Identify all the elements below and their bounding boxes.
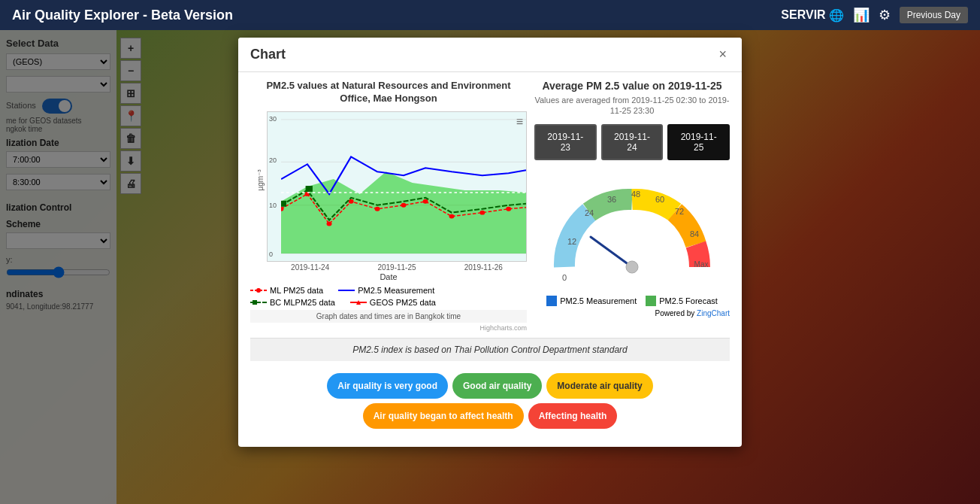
y-mid-label: 20	[269, 156, 277, 164]
gauge-svg: 0 12 24 36 48 60 72 84 Max	[549, 169, 715, 290]
top-navigation: Air Quality Explorer - Beta Version SERV…	[0, 0, 980, 30]
legend-geos-icon	[350, 299, 367, 306]
x-axis-date-label: Date	[250, 272, 527, 281]
legend-pm-label: PM2.5 Measurement	[358, 286, 434, 295]
chart-title: PM2.5 values at Natural Resources and En…	[250, 80, 527, 105]
legend-bc: BC MLPM25 data	[250, 298, 335, 307]
svg-text:0: 0	[562, 273, 567, 282]
y-low-label: 10	[269, 202, 277, 209]
svg-point-8	[349, 199, 354, 204]
zingchart-credit: Powered by ZingChart	[534, 309, 730, 317]
svg-point-11	[423, 199, 428, 204]
aqi-buttons: Air quality is very good Good air qualit…	[250, 367, 730, 435]
bar-chart-icon[interactable]: 📊	[853, 7, 870, 23]
legend-bc-label: BC MLPM25 data	[270, 298, 335, 307]
svg-text:12: 12	[567, 237, 576, 246]
gauge-legend-forecast-label: PM2.5 Forecast	[659, 296, 718, 305]
servir-logo: SERVIR 🌐	[781, 8, 843, 23]
measurement-color-swatch	[546, 296, 557, 306]
gauge-subtitle: Values are averaged from 2019-11-25 02:3…	[534, 95, 730, 117]
chart-left: PM2.5 values at Natural Resources and En…	[250, 80, 527, 332]
highcharts-credit: Highcharts.com	[250, 324, 527, 332]
aqi-btn-very-good[interactable]: Air quality is very good	[327, 373, 448, 399]
svg-point-7	[327, 221, 332, 226]
aqi-btn-health[interactable]: Affecting health	[528, 403, 618, 429]
svg-text:48: 48	[631, 190, 640, 199]
legend-geos-label: GEOS PM25 data	[370, 298, 436, 307]
svg-point-35	[626, 261, 638, 273]
svg-point-9	[375, 207, 380, 211]
prev-day-button[interactable]: Previous Day	[900, 7, 968, 23]
gauge-container: 0 12 24 36 48 60 72 84 Max	[549, 169, 715, 290]
svg-text:24: 24	[585, 208, 594, 217]
aqi-btn-good[interactable]: Good air quality	[452, 373, 542, 399]
zingchart-link[interactable]: ZingChart	[697, 309, 730, 317]
x-axis-labels: 2019-11-24 2019-11-25 2019-11-26	[250, 263, 527, 272]
svg-text:60: 60	[655, 195, 664, 204]
svg-rect-15	[281, 201, 286, 207]
svg-point-13	[479, 210, 485, 214]
svg-text:36: 36	[607, 195, 616, 204]
y-zero-label: 0	[269, 250, 273, 258]
info-row: PM2.5 index is based on Thai Pollution C…	[250, 338, 730, 361]
modal-overlay: Chart × PM2.5 values at Natural Resource…	[0, 30, 980, 504]
legend-pm-icon	[338, 287, 355, 294]
gauge-legend-measurement-label: PM2.5 Measurement	[560, 296, 637, 305]
date-buttons: 2019-11-23 2019-11-24 2019-11-25	[534, 124, 730, 160]
y-axis-label: µgm⁻³	[256, 169, 265, 190]
y-max-label: 30	[269, 115, 277, 123]
legend-ml-icon	[250, 287, 267, 294]
svg-point-14	[506, 207, 511, 211]
svg-text:84: 84	[690, 229, 699, 238]
modal-title: Chart	[250, 47, 286, 62]
modal-close-button[interactable]: ×	[715, 47, 730, 62]
chart-legend: ML PM25 data PM2.5 Measurement	[250, 286, 527, 307]
chart-svg	[281, 112, 526, 261]
forecast-color-swatch	[646, 296, 656, 306]
aqi-btn-affect[interactable]: Air quality began to affect health	[363, 403, 524, 429]
top-nav-right: SERVIR 🌐 📊 ⚙ Previous Day	[781, 7, 968, 23]
legend-bc-icon	[250, 299, 267, 306]
settings-icon[interactable]: ⚙	[879, 7, 891, 23]
svg-point-12	[449, 214, 455, 218]
svg-point-19	[256, 288, 261, 293]
gauge-legend-forecast: PM2.5 Forecast	[646, 296, 718, 306]
app-title: Air Quality Explorer - Beta Version	[12, 8, 233, 23]
x-label-1: 2019-11-24	[291, 263, 329, 272]
chart-area: 30 20 10 0 ≡	[267, 111, 527, 262]
aqi-btn-moderate[interactable]: Moderate air quality	[546, 373, 652, 399]
gauge-legend: PM2.5 Measurement PM2.5 Forecast	[534, 296, 730, 306]
gauge-legend-measurement: PM2.5 Measurement	[546, 296, 637, 306]
svg-text:72: 72	[675, 207, 684, 216]
legend-geos: GEOS PM25 data	[350, 298, 436, 307]
chart-note: Graph dates and times are in Bangkok tim…	[250, 310, 527, 323]
legend-row-1: ML PM25 data PM2.5 Measurement	[250, 286, 527, 295]
chart-section: PM2.5 values at Natural Resources and En…	[250, 80, 730, 332]
chart-right: Average PM 2.5 value on 2019-11-25 Value…	[534, 80, 730, 332]
modal-header: Chart ×	[238, 38, 742, 72]
date-btn-3[interactable]: 2019-11-25	[667, 124, 730, 160]
svg-line-34	[591, 237, 632, 267]
svg-text:Max: Max	[694, 260, 709, 269]
svg-marker-4	[281, 172, 526, 254]
gauge-title: Average PM 2.5 value on 2019-11-25	[534, 80, 730, 92]
legend-row-2: BC MLPM25 data GEOS PM25 data	[250, 298, 527, 307]
modal-body: PM2.5 values at Natural Resources and En…	[238, 72, 742, 447]
x-label-3: 2019-11-26	[464, 263, 503, 272]
date-btn-1[interactable]: 2019-11-23	[534, 124, 597, 160]
chart-modal: Chart × PM2.5 values at Natural Resource…	[238, 38, 742, 447]
servir-globe-icon: 🌐	[829, 8, 844, 23]
svg-rect-16	[306, 186, 313, 192]
svg-point-10	[401, 203, 407, 208]
legend-pm: PM2.5 Measurement	[338, 286, 434, 295]
x-label-2: 2019-11-25	[377, 263, 416, 272]
date-btn-2[interactable]: 2019-11-24	[601, 124, 664, 160]
legend-ml: ML PM25 data	[250, 286, 323, 295]
legend-ml-label: ML PM25 data	[270, 286, 323, 295]
